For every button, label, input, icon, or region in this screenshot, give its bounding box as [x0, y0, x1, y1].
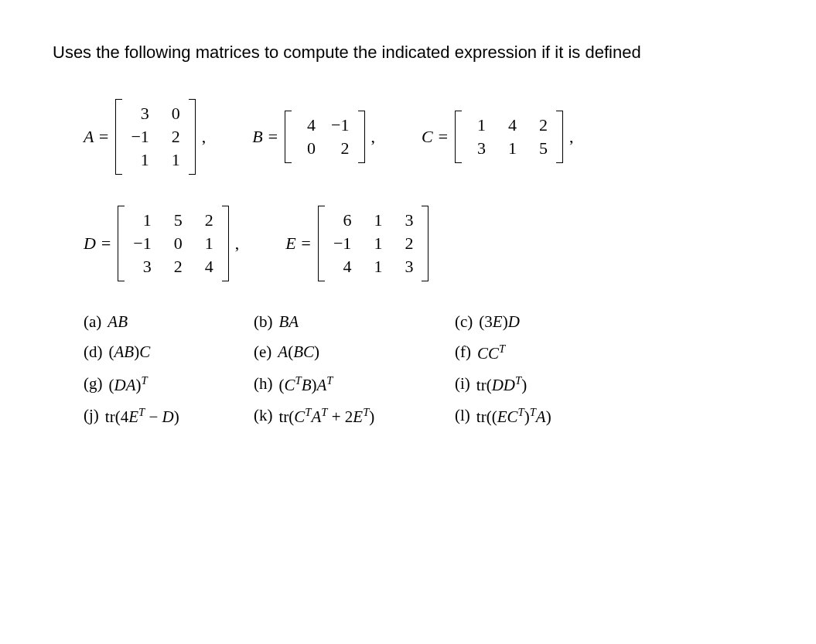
matrix-A-label: A = [84, 127, 109, 147]
matrix-D-label: D = [84, 233, 111, 254]
problem-l: (l) tr((ECT)TA) [455, 406, 776, 427]
problem-e: (e) A(BC) [254, 342, 455, 363]
problem-list: (a) AB (b) BA (c) (3E)D (d) (AB)C (e) A(… [84, 312, 776, 427]
problem-f: (f) CCT [455, 342, 776, 363]
matrix-A: A = 30−1211, [84, 99, 206, 175]
matrix-C-label: C = [422, 127, 449, 147]
problem-b: (b) BA [254, 312, 455, 332]
problem-d: (d) (AB)C [84, 342, 254, 363]
matrix-E-label: E = [285, 233, 312, 254]
problem-i: (i) tr(DDT) [455, 374, 776, 395]
problem-a: (a) AB [84, 312, 254, 332]
matrix-row-2: D = 152−101324, E = 613−112413 [84, 206, 776, 281]
matrix-B: B = 4−102, [252, 111, 375, 163]
problem-k: (k) tr(CTAT + 2ET) [254, 406, 455, 427]
intro-text: Uses the following matrices to compute t… [53, 37, 776, 68]
problem-h: (h) (CTB)AT [254, 374, 455, 395]
problem-g: (g) (DA)T [84, 374, 254, 395]
matrix-B-label: B = [252, 127, 278, 147]
matrix-row-1: A = 30−1211, B = 4−102, C = 142315, [84, 99, 776, 175]
matrix-D: D = 152−101324, [84, 206, 239, 281]
matrix-C: C = 142315, [422, 111, 574, 163]
problem-j: (j) tr(4ET − D) [84, 406, 254, 427]
problem-c: (c) (3E)D [455, 312, 776, 332]
matrix-E: E = 613−112413 [285, 206, 435, 281]
